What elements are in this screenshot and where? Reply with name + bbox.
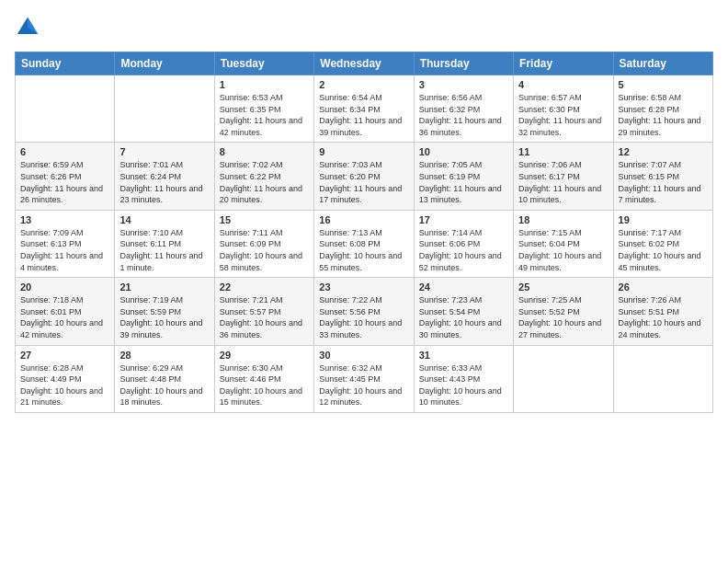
day-number: 23 [319,282,408,293]
day-number: 21 [119,282,209,293]
day-info: Sunrise: 7:21 AMSunset: 5:57 PMDaylight:… [220,294,309,340]
calendar-day-cell: 12Sunrise: 7:07 AMSunset: 6:15 PMDayligh… [613,143,712,210]
day-info: Sunrise: 7:03 AMSunset: 6:20 PMDaylight:… [319,159,408,205]
calendar-day-cell [16,75,115,143]
day-info: Sunrise: 7:18 AMSunset: 6:01 PMDaylight:… [20,294,109,340]
day-info: Sunrise: 6:32 AMSunset: 4:45 PMDaylight:… [319,362,408,408]
calendar-day-cell: 16Sunrise: 7:13 AMSunset: 6:08 PMDayligh… [314,210,414,277]
day-info: Sunrise: 7:01 AMSunset: 6:24 PMDaylight:… [119,159,209,205]
calendar-day-cell: 4Sunrise: 6:57 AMSunset: 6:30 PMDaylight… [514,75,613,143]
calendar-day-cell: 23Sunrise: 7:22 AMSunset: 5:56 PMDayligh… [314,278,414,345]
day-info: Sunrise: 6:53 AMSunset: 6:35 PMDaylight:… [220,92,309,138]
day-number: 2 [319,79,408,90]
day-number: 14 [119,214,209,225]
day-number: 18 [518,214,608,225]
calendar-day-cell: 18Sunrise: 7:15 AMSunset: 6:04 PMDayligh… [514,210,613,277]
calendar-day-cell: 19Sunrise: 7:17 AMSunset: 6:02 PMDayligh… [613,210,712,277]
calendar-day-cell: 6Sunrise: 6:59 AMSunset: 6:26 PMDaylight… [16,143,115,210]
day-number: 24 [419,282,508,293]
day-number: 5 [619,79,708,90]
day-number: 20 [20,282,109,293]
day-info: Sunrise: 6:30 AMSunset: 4:46 PMDaylight:… [220,362,309,408]
calendar-week-row: 1Sunrise: 6:53 AMSunset: 6:35 PMDaylight… [16,75,713,143]
calendar-day-cell: 25Sunrise: 7:25 AMSunset: 5:52 PMDayligh… [514,278,613,345]
day-number: 31 [419,350,508,361]
day-info: Sunrise: 7:26 AMSunset: 5:51 PMDaylight:… [619,294,708,340]
day-info: Sunrise: 7:23 AMSunset: 5:54 PMDaylight:… [419,294,508,340]
day-number: 28 [119,350,209,361]
calendar-day-cell: 22Sunrise: 7:21 AMSunset: 5:57 PMDayligh… [214,278,313,345]
day-number: 17 [419,214,508,225]
day-info: Sunrise: 7:06 AMSunset: 6:17 PMDaylight:… [518,159,608,205]
calendar-day-cell: 24Sunrise: 7:23 AMSunset: 5:54 PMDayligh… [414,278,513,345]
day-info: Sunrise: 6:29 AMSunset: 4:48 PMDaylight:… [119,362,209,408]
page-header [15,15,713,40]
day-number: 10 [419,146,508,157]
day-number: 26 [619,282,708,293]
calendar-day-cell: 13Sunrise: 7:09 AMSunset: 6:13 PMDayligh… [16,210,115,277]
logo [15,15,44,40]
day-info: Sunrise: 7:07 AMSunset: 6:15 PMDaylight:… [619,159,708,205]
day-info: Sunrise: 6:57 AMSunset: 6:30 PMDaylight:… [518,92,608,138]
day-info: Sunrise: 6:54 AMSunset: 6:34 PMDaylight:… [319,92,408,138]
calendar-day-cell: 2Sunrise: 6:54 AMSunset: 6:34 PMDaylight… [314,75,414,143]
day-of-week-header: Friday [514,52,613,75]
day-number: 6 [20,146,109,157]
day-number: 19 [619,214,708,225]
logo-icon [15,15,40,40]
calendar-day-cell: 30Sunrise: 6:32 AMSunset: 4:45 PMDayligh… [314,345,414,412]
day-info: Sunrise: 7:09 AMSunset: 6:13 PMDaylight:… [20,227,109,273]
day-number: 13 [20,214,109,225]
day-number: 29 [220,350,309,361]
day-info: Sunrise: 7:22 AMSunset: 5:56 PMDaylight:… [319,294,408,340]
calendar-day-cell [514,345,613,412]
day-info: Sunrise: 6:59 AMSunset: 6:26 PMDaylight:… [20,159,109,205]
calendar-day-cell: 1Sunrise: 6:53 AMSunset: 6:35 PMDaylight… [214,75,313,143]
day-number: 1 [220,79,309,90]
calendar-table: SundayMondayTuesdayWednesdayThursdayFrid… [15,52,713,413]
day-info: Sunrise: 6:28 AMSunset: 4:49 PMDaylight:… [20,362,109,408]
calendar-week-row: 20Sunrise: 7:18 AMSunset: 6:01 PMDayligh… [16,278,713,345]
calendar-day-cell [115,75,214,143]
calendar-week-row: 27Sunrise: 6:28 AMSunset: 4:49 PMDayligh… [16,345,713,412]
calendar-day-cell [613,345,712,412]
day-info: Sunrise: 7:17 AMSunset: 6:02 PMDaylight:… [619,227,708,273]
day-info: Sunrise: 6:56 AMSunset: 6:32 PMDaylight:… [419,92,508,138]
calendar-week-row: 6Sunrise: 6:59 AMSunset: 6:26 PMDaylight… [16,143,713,210]
calendar-day-cell: 8Sunrise: 7:02 AMSunset: 6:22 PMDaylight… [214,143,313,210]
day-info: Sunrise: 6:33 AMSunset: 4:43 PMDaylight:… [419,362,508,408]
calendar-day-cell: 5Sunrise: 6:58 AMSunset: 6:28 PMDaylight… [613,75,712,143]
calendar-day-cell: 17Sunrise: 7:14 AMSunset: 6:06 PMDayligh… [414,210,513,277]
day-number: 11 [518,146,608,157]
calendar-day-cell: 15Sunrise: 7:11 AMSunset: 6:09 PMDayligh… [214,210,313,277]
day-info: Sunrise: 7:13 AMSunset: 6:08 PMDaylight:… [319,227,408,273]
calendar-day-cell: 10Sunrise: 7:05 AMSunset: 6:19 PMDayligh… [414,143,513,210]
day-of-week-header: Thursday [414,52,513,75]
day-number: 16 [319,214,408,225]
calendar-day-cell: 14Sunrise: 7:10 AMSunset: 6:11 PMDayligh… [115,210,214,277]
day-number: 15 [220,214,309,225]
day-info: Sunrise: 7:14 AMSunset: 6:06 PMDaylight:… [419,227,508,273]
day-info: Sunrise: 7:19 AMSunset: 5:59 PMDaylight:… [119,294,209,340]
day-number: 22 [220,282,309,293]
day-number: 9 [319,146,408,157]
calendar-day-cell: 20Sunrise: 7:18 AMSunset: 6:01 PMDayligh… [16,278,115,345]
day-of-week-header: Monday [115,52,214,75]
calendar-day-cell: 27Sunrise: 6:28 AMSunset: 4:49 PMDayligh… [16,345,115,412]
day-of-week-header: Saturday [613,52,712,75]
calendar-day-cell: 28Sunrise: 6:29 AMSunset: 4:48 PMDayligh… [115,345,214,412]
calendar-day-cell: 7Sunrise: 7:01 AMSunset: 6:24 PMDaylight… [115,143,214,210]
calendar-day-cell: 11Sunrise: 7:06 AMSunset: 6:17 PMDayligh… [514,143,613,210]
calendar-day-cell: 26Sunrise: 7:26 AMSunset: 5:51 PMDayligh… [613,278,712,345]
day-info: Sunrise: 7:05 AMSunset: 6:19 PMDaylight:… [419,159,508,205]
day-number: 25 [518,282,608,293]
day-number: 30 [319,350,408,361]
day-of-week-header: Sunday [16,52,115,75]
day-number: 27 [20,350,109,361]
day-number: 12 [619,146,708,157]
calendar-header-row: SundayMondayTuesdayWednesdayThursdayFrid… [16,52,713,75]
calendar-day-cell: 3Sunrise: 6:56 AMSunset: 6:32 PMDaylight… [414,75,513,143]
day-number: 7 [119,146,209,157]
day-number: 8 [220,146,309,157]
day-info: Sunrise: 7:10 AMSunset: 6:11 PMDaylight:… [119,227,209,273]
